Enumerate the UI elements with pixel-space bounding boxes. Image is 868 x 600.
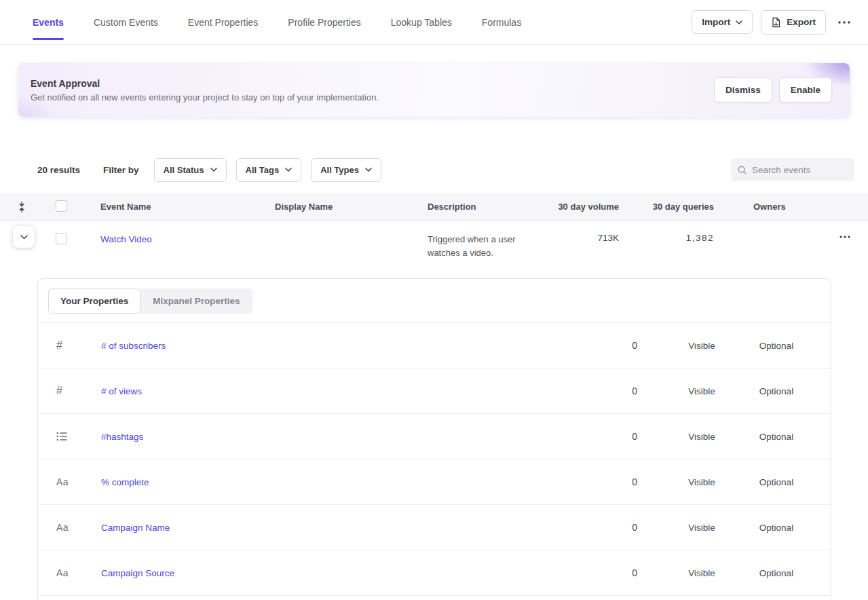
properties-tab-bar: Your Properties Mixpanel Properties bbox=[38, 279, 831, 323]
types-filter-value: All Types bbox=[320, 165, 359, 175]
property-visibility-select[interactable]: Visible bbox=[668, 568, 736, 578]
property-row: #hashtags 0 Visible Optional bbox=[38, 414, 831, 460]
property-query-count: 0 bbox=[593, 476, 668, 487]
property-visibility-select[interactable]: Visible bbox=[668, 341, 736, 351]
property-requirement-select[interactable]: Optional bbox=[736, 477, 817, 487]
banner-text: Event Approval Get notified on all new e… bbox=[31, 78, 379, 102]
event-approval-banner: Event Approval Get notified on all new e… bbox=[18, 63, 850, 117]
banner-description: Get notified on all new events entering … bbox=[31, 92, 379, 102]
event-display-name bbox=[275, 221, 428, 233]
tab-lookup-tables[interactable]: Lookup Tables bbox=[391, 14, 452, 31]
chevron-down-icon bbox=[20, 235, 28, 240]
property-row: Aa Campaign Source 0 Visible Optional bbox=[38, 550, 831, 596]
tab-your-properties[interactable]: Your Properties bbox=[48, 288, 140, 314]
tags-filter-value: All Tags bbox=[246, 165, 280, 175]
property-visibility-select[interactable]: Visible bbox=[668, 432, 736, 442]
chevron-down-icon bbox=[736, 20, 742, 24]
property-requirement-select[interactable]: Optional bbox=[736, 568, 817, 578]
enable-button[interactable]: Enable bbox=[779, 77, 832, 102]
property-visibility-select[interactable]: Visible bbox=[668, 523, 736, 533]
property-row: # # of views 0 Visible Optional bbox=[38, 369, 831, 414]
property-name-link[interactable]: # of subscribers bbox=[101, 341, 166, 351]
property-visibility-select[interactable]: Visible bbox=[668, 477, 736, 487]
column-30-day-volume: 30 day volume bbox=[556, 202, 624, 212]
column-30-day-queries: 30 day queries bbox=[624, 202, 719, 212]
filter-by-label: Filter by bbox=[103, 165, 139, 175]
column-description: Description bbox=[428, 202, 556, 212]
property-name-link[interactable]: % complete bbox=[101, 477, 149, 487]
property-query-count: 0 bbox=[593, 386, 668, 396]
collapse-all-button[interactable] bbox=[14, 199, 29, 215]
status-filter-dropdown[interactable]: All Status bbox=[154, 158, 227, 182]
tags-filter-dropdown[interactable]: All Tags bbox=[236, 158, 302, 182]
top-navigation: Events Custom Events Event Properties Pr… bbox=[0, 0, 868, 45]
export-button[interactable]: Export bbox=[761, 10, 826, 35]
property-requirement-select[interactable]: Optional bbox=[736, 341, 817, 351]
import-button[interactable]: Import bbox=[692, 10, 753, 34]
property-query-count: 0 bbox=[593, 522, 668, 533]
tab-formulas[interactable]: Formulas bbox=[482, 14, 521, 31]
tab-mixpanel-properties[interactable]: Mixpanel Properties bbox=[140, 288, 252, 314]
event-30-day-queries: 1,382 bbox=[624, 221, 719, 243]
property-row: Aa Campaign Name 0 Visible Optional bbox=[38, 505, 831, 550]
status-filter-value: All Status bbox=[164, 165, 204, 175]
tab-custom-events[interactable]: Custom Events bbox=[94, 14, 158, 31]
row-checkbox[interactable] bbox=[56, 233, 67, 244]
event-name-link[interactable]: Watch Video bbox=[100, 234, 152, 244]
properties-tab-group: Your Properties Mixpanel Properties bbox=[48, 288, 252, 314]
tab-profile-properties[interactable]: Profile Properties bbox=[288, 14, 360, 31]
search-input[interactable] bbox=[752, 165, 848, 175]
tab-event-properties[interactable]: Event Properties bbox=[188, 14, 259, 31]
property-row: Aa % complete 0 Visible Optional bbox=[38, 460, 831, 505]
tab-events[interactable]: Events bbox=[33, 14, 64, 31]
event-description: Triggered when a user watches a video. bbox=[428, 221, 556, 260]
chevron-down-icon bbox=[285, 168, 292, 172]
select-all-checkbox[interactable] bbox=[56, 200, 67, 212]
export-file-icon bbox=[771, 17, 781, 28]
nav-actions: Import Export bbox=[692, 10, 854, 35]
event-properties-panel: Your Properties Mixpanel Properties # # … bbox=[37, 278, 831, 600]
property-query-count: 0 bbox=[593, 567, 668, 578]
property-query-count: 0 bbox=[593, 340, 668, 351]
chevron-down-icon bbox=[210, 168, 217, 172]
chevron-down-icon bbox=[365, 168, 372, 172]
event-owners bbox=[719, 221, 821, 233]
events-table-header: Event Name Display Name Description 30 d… bbox=[0, 193, 868, 221]
filter-bar: 20 results Filter by All Status All Tags… bbox=[37, 157, 854, 182]
import-button-label: Import bbox=[702, 17, 730, 27]
property-requirement-select[interactable]: Optional bbox=[736, 386, 817, 396]
text-icon: Aa bbox=[56, 567, 69, 578]
export-button-label: Export bbox=[787, 17, 816, 27]
text-icon: Aa bbox=[56, 522, 69, 533]
event-30-day-volume: 713K bbox=[556, 221, 624, 243]
column-event-name: Event Name bbox=[100, 202, 275, 212]
property-requirement-select[interactable]: Optional bbox=[736, 523, 817, 533]
property-name-link[interactable]: Campaign Name bbox=[101, 523, 170, 533]
dismiss-button[interactable]: Dismiss bbox=[714, 77, 772, 102]
property-visibility-select[interactable]: Visible bbox=[668, 386, 736, 396]
column-owners: Owners bbox=[719, 202, 821, 212]
text-icon: Aa bbox=[56, 476, 69, 487]
property-name-link[interactable]: Campaign Source bbox=[101, 568, 174, 578]
event-row-watch-video: Watch Video Triggered when a user watche… bbox=[0, 221, 868, 261]
more-options-button[interactable] bbox=[834, 16, 854, 29]
collapse-row-button[interactable] bbox=[13, 226, 35, 248]
banner-title: Event Approval bbox=[31, 78, 379, 89]
property-name-link[interactable]: #hashtags bbox=[101, 432, 143, 442]
collapse-rows-icon bbox=[17, 202, 26, 212]
property-query-count: 0 bbox=[593, 431, 668, 442]
property-requirement-select[interactable]: Optional bbox=[736, 432, 817, 442]
results-count: 20 results bbox=[37, 165, 80, 175]
types-filter-dropdown[interactable]: All Types bbox=[311, 158, 381, 182]
search-box bbox=[731, 158, 854, 181]
property-name-link[interactable]: # of views bbox=[101, 386, 142, 396]
primary-tabs: Events Custom Events Event Properties Pr… bbox=[33, 14, 521, 31]
search-icon bbox=[738, 165, 747, 175]
list-icon bbox=[56, 432, 67, 441]
row-more-options-button[interactable] bbox=[835, 230, 854, 244]
ellipsis-icon bbox=[838, 21, 850, 24]
property-row: # # of subscribers 0 Visible Optional bbox=[38, 323, 831, 369]
number-icon: # bbox=[56, 385, 62, 397]
number-icon: # bbox=[56, 339, 62, 352]
ellipsis-icon bbox=[839, 236, 850, 238]
